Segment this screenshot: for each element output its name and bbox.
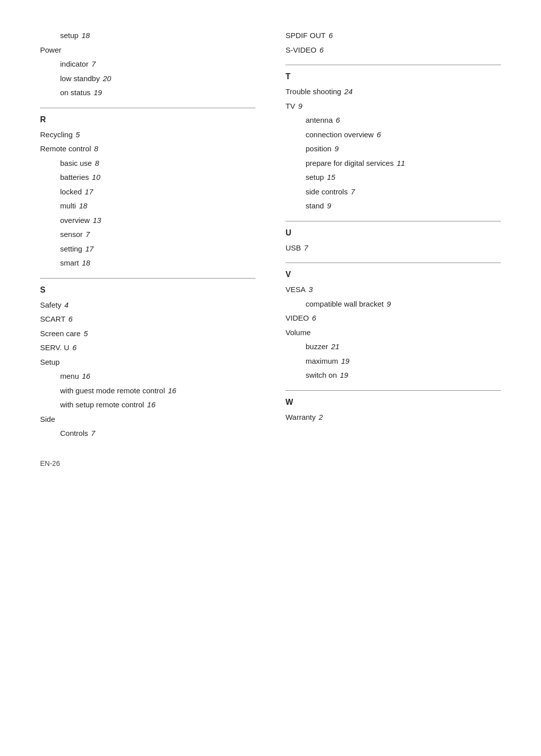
entry-label: buzzer <box>306 342 328 351</box>
entry-label: setting <box>60 244 82 253</box>
list-item: Recycling5 <box>40 129 255 141</box>
entry-page: 19 <box>340 371 349 379</box>
entry-page: 9 <box>387 300 391 308</box>
entry-page: 6 <box>69 315 73 323</box>
entry-label: overview <box>60 216 90 224</box>
entry-label: low standby <box>60 74 100 83</box>
list-item: Volume <box>286 327 501 339</box>
entry-label: Volume <box>286 328 311 337</box>
entry-label: Recycling <box>40 130 73 139</box>
entry-page: 7 <box>91 429 95 437</box>
entry-label: antenna <box>306 116 333 124</box>
entry-label: compatible wall bracket <box>306 300 384 308</box>
list-item: connection overview6 <box>286 129 501 141</box>
list-item: Safety4 <box>40 300 255 311</box>
entry-page: 17 <box>85 187 93 196</box>
list-item: Remote control8 <box>40 143 255 155</box>
entry-page: 18 <box>82 31 90 40</box>
list-item: smart18 <box>40 258 255 269</box>
entry-page: 13 <box>93 216 101 224</box>
list-item: VIDEO6 <box>286 313 501 324</box>
power-entry: Power <box>40 45 255 56</box>
list-item: menu16 <box>40 371 255 382</box>
entry-page: 6 <box>312 314 316 322</box>
divider-r <box>40 108 255 108</box>
entry-page: 6 <box>329 31 333 40</box>
entry-page: 11 <box>397 159 405 167</box>
entry-page: 3 <box>309 285 313 294</box>
list-item: S-VIDEO6 <box>286 45 501 56</box>
divider-t <box>286 65 501 65</box>
list-item: side controls7 <box>286 186 501 198</box>
entry-label: Remote control <box>40 144 91 153</box>
list-item: basic use8 <box>40 158 255 169</box>
entry-label: prepare for digital services <box>306 159 394 167</box>
entry-label: side controls <box>306 187 348 196</box>
list-item: overview13 <box>40 215 255 226</box>
list-item: maximum19 <box>286 356 501 367</box>
list-item: antenna6 <box>286 115 501 126</box>
entry-label: Safety <box>40 301 62 309</box>
section-r-header: R <box>40 115 255 124</box>
entry-page: 8 <box>95 159 99 167</box>
entry-label: USB <box>286 243 301 252</box>
list-item: low standby20 <box>40 73 255 85</box>
entry-label: indicator <box>60 60 89 68</box>
list-item: SPDIF OUT6 <box>286 30 501 42</box>
entry-label: Trouble shooting <box>286 87 341 96</box>
entry-label: SCART <box>40 315 66 323</box>
list-item: USB7 <box>286 242 501 254</box>
entry-page: 16 <box>82 372 91 380</box>
entry-page: 6 <box>72 343 76 352</box>
entry-page: 20 <box>103 74 111 83</box>
entry-label: Warranty <box>286 413 316 421</box>
list-item: indicator7 <box>40 59 255 70</box>
entry-page: 4 <box>65 301 69 309</box>
entry-page: 6 <box>377 130 381 139</box>
list-item: stand9 <box>286 200 501 212</box>
section-s-header: S <box>40 286 255 295</box>
entry-label: SPDIF OUT <box>286 31 326 40</box>
entry-label: multi <box>60 201 76 210</box>
entry-label: TV <box>286 102 295 110</box>
entry-label: VIDEO <box>286 314 309 322</box>
entry-label: Controls <box>60 429 88 437</box>
list-item: with guest mode remote control16 <box>40 385 255 397</box>
entry-label: Power <box>40 46 62 54</box>
entry-page: 2 <box>319 413 323 421</box>
entry-page: 9 <box>298 102 302 110</box>
section-u-header: U <box>286 228 501 237</box>
list-item: Trouble shooting24 <box>286 86 501 98</box>
entry-label: Screen care <box>40 329 81 338</box>
entry-page: 7 <box>304 243 308 252</box>
left-column: setup18 Power indicator7 low standby20 o… <box>40 30 255 467</box>
list-item: TV9 <box>286 101 501 112</box>
divider-v <box>286 263 501 263</box>
entry-page: 5 <box>76 130 80 139</box>
entry-label: setup <box>60 31 79 40</box>
list-item: VESA3 <box>286 284 501 296</box>
list-item: Setup <box>40 357 255 368</box>
entry-page: 15 <box>327 173 336 181</box>
list-item: compatible wall bracket9 <box>286 299 501 310</box>
list-item: locked17 <box>40 186 255 198</box>
entry-label: locked <box>60 187 82 196</box>
section-t-header: T <box>286 72 501 81</box>
list-item: Warranty2 <box>286 412 501 423</box>
list-item: batteries10 <box>40 172 255 183</box>
section-w-header: W <box>286 398 501 407</box>
entry-label: SERV. U <box>40 343 69 352</box>
divider-w <box>286 390 501 391</box>
entry-page: 21 <box>331 342 340 351</box>
list-item: SCART6 <box>40 314 255 325</box>
right-column: SPDIF OUT6 S-VIDEO6 T Trouble shooting24… <box>286 30 501 467</box>
list-item: with setup remote control16 <box>40 399 255 411</box>
list-item: multi18 <box>40 200 255 212</box>
entry-page: 6 <box>320 46 324 54</box>
list-item: switch on19 <box>286 370 501 381</box>
entry-page: 6 <box>336 116 340 124</box>
entry-page: 8 <box>94 144 98 153</box>
entry-page: 18 <box>82 259 91 267</box>
entry-label: basic use <box>60 159 92 167</box>
list-item: position9 <box>286 143 501 155</box>
